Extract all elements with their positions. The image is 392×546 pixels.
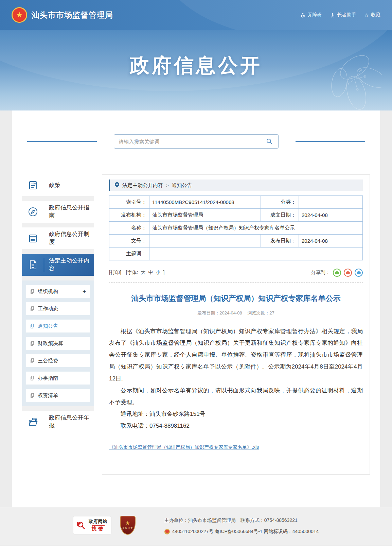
sidebar: 政策 政府信息公开指南 政府信息公开制度 <box>22 174 94 433</box>
breadcrumb-separator: > <box>166 183 169 188</box>
footer-registration-line: 44051102000227号 粤ICP备05066684号-1 网站标识码：4… <box>164 529 319 535</box>
share-label: 分享到： <box>311 270 330 276</box>
table-row: 名称： 汕头市市场监督管理局（知识产权局）知识产权专家库名单公示 <box>109 222 363 235</box>
font-size-label: [字体: <box>126 270 138 276</box>
font-size-medium-button[interactable]: 中 <box>148 270 153 276</box>
publisher: 汕头市市场监督管理局 <box>149 209 261 222</box>
font-size-small-button[interactable]: 小 <box>156 270 161 276</box>
banner-title: 政府信息公开 <box>0 30 392 79</box>
sidebar-item-gov-info-system[interactable]: 政府信息公开制度 <box>22 227 94 249</box>
submenu-item-organization[interactable]: 组织机构 + <box>26 285 90 298</box>
view-count: 浏览次数：27 <box>247 310 274 315</box>
article-paragraph: 公示期间，如对公示名单有异议的，请以书面形式向我局反映，并提供必要的证明材料，逾… <box>109 385 363 409</box>
breadcrumb-current[interactable]: 通知公告 <box>172 182 192 189</box>
compass-icon <box>22 206 44 218</box>
article-meta: 发布日期：2024-04-08 浏览次数：27 <box>109 310 363 316</box>
submenu-item-three-public-expenses[interactable]: 三公经费 <box>26 354 90 367</box>
folder-icon <box>22 416 44 428</box>
contact-address: 通讯地址：汕头市金砂东路151号 <box>109 408 363 420</box>
sidebar-submenu: 组织机构 + 工作动态 通知公告 财政预决算 三公经费 <box>22 280 94 406</box>
page-banner: 政府信息公开 <box>0 30 392 110</box>
submenu-item-service-guide[interactable]: 办事指南 <box>26 372 90 385</box>
submenu-item-responsibility-list[interactable]: 权责清单 <box>26 389 90 402</box>
submenu-item-notices[interactable]: 通知公告 <box>26 320 90 332</box>
font-size-large-button[interactable]: 大 <box>141 270 146 276</box>
contact-phone: 联系电话：0754-88981162 <box>109 420 363 432</box>
footer-organizer-line: 主办单位：汕头市市场监督管理局 联系方式：0754-88563221 <box>164 517 319 524</box>
table-row: 索引号： 11440500MB2C905141/2024-00068 分类： <box>109 196 363 209</box>
error-finder-magnifier-icon <box>76 520 86 530</box>
print-button[interactable]: [打印] <box>109 270 121 276</box>
main-card: 政策 政府信息公开指南 政府信息公开制度 <box>12 110 380 507</box>
article-title: 汕头市市场监督管理局（知识产权局）知识产权专家库名单公示 <box>119 292 353 305</box>
rules-list-icon <box>22 233 44 244</box>
search-row <box>22 134 370 149</box>
website-error-report-badge[interactable]: 政府网站 找错 <box>73 516 111 534</box>
header-utility-links: 无障碍 长者助手 ☆ 收藏 <box>301 12 380 18</box>
site-title: 汕头市市场监督管理局 <box>32 10 113 20</box>
right-decorative-line <box>296 141 365 142</box>
page-footer: 政府网站 找错 ★ 党政机关 主办单位：汕头市市场监督管理局 联系方式：0754… <box>0 507 392 545</box>
submenu-item-work-news[interactable]: 工作动态 <box>26 302 90 315</box>
sidebar-item-annual-report[interactable]: 政府信息公开年报 <box>22 411 94 433</box>
top-header: ★ 汕头市市场监督管理局 无障碍 长者助手 ☆ 收藏 <box>0 0 392 30</box>
elder-assistant-link[interactable]: 长者助手 <box>330 12 356 18</box>
share-qq-icon[interactable] <box>355 269 363 277</box>
search-input[interactable] <box>119 139 265 144</box>
site-logo[interactable]: ★ 汕头市市场监督管理局 <box>12 7 113 23</box>
breadcrumb: 法定主动公开内容 > 通知公告 <box>109 180 363 191</box>
police-badge-icon <box>164 529 170 534</box>
article-toolbar: [打印] [字体: 大 中 小 ] 分享到： <box>109 269 363 283</box>
share-wechat-icon[interactable] <box>333 269 341 277</box>
submenu-item-budget[interactable]: 财政预决算 <box>26 337 90 350</box>
content-panel: 法定主动公开内容 > 通知公告 索引号： 11440500MB2C905141/… <box>102 174 370 475</box>
sidebar-item-statutory-disclosure[interactable]: 法定主动公开内容 <box>22 254 94 276</box>
publish-date: 2024-04-08 <box>299 235 363 248</box>
document-info-table: 索引号： 11440500MB2C905141/2024-00068 分类： 发… <box>109 195 363 260</box>
sidebar-item-gov-info-guide[interactable]: 政府信息公开指南 <box>22 201 94 223</box>
document-icon <box>22 259 44 271</box>
table-row: 主题词： <box>109 248 363 260</box>
attachment-link[interactable]: 《汕头市市场监督管理局（知识产权局）知识产权专家库专家名单》.xls <box>109 444 259 450</box>
document-name: 汕头市市场监督管理局（知识产权局）知识产权专家库名单公示 <box>149 222 363 235</box>
table-row: 发布机构： 汕头市市场监督管理局 成文日期： 2024-04-08 <box>109 209 363 222</box>
location-pin-icon <box>115 182 119 189</box>
search-icon[interactable] <box>265 137 273 146</box>
article-body: 根据《汕头市市场监督管理局（知识产权局）知识产权专家库管理暂行办法》相关规定，我… <box>109 326 363 432</box>
breadcrumb-parent[interactable]: 法定主动公开内容 <box>122 182 163 189</box>
share-weibo-icon[interactable] <box>344 269 352 277</box>
search-box <box>114 134 279 149</box>
left-decorative-line <box>27 141 97 142</box>
elder-assistant-icon <box>330 13 335 18</box>
table-row: 文号： 发布日期： 2024-04-08 <box>109 235 363 248</box>
expand-plus-icon[interactable]: + <box>83 288 86 295</box>
party-government-badge[interactable]: ★ 党政机关 <box>120 516 136 535</box>
article-paragraph: 根据《汕头市市场监督管理局（知识产权局）知识产权专家库管理暂行办法》相关规定，我… <box>109 326 363 385</box>
sidebar-item-policy[interactable]: 政策 <box>22 174 94 196</box>
star-icon: ☆ <box>364 13 369 18</box>
accessibility-link[interactable]: 无障碍 <box>301 12 322 18</box>
national-emblem-icon: ★ <box>12 7 27 23</box>
book-icon <box>22 180 44 191</box>
publish-date-meta: 发布日期：2024-04-08 <box>197 310 242 315</box>
accessibility-icon <box>301 13 306 18</box>
favorite-link[interactable]: ☆ 收藏 <box>364 12 380 18</box>
font-size-label-close: ] <box>163 270 165 276</box>
index-number: 11440500MB2C905141/2024-00068 <box>149 196 261 209</box>
written-date: 2024-04-08 <box>299 209 363 222</box>
